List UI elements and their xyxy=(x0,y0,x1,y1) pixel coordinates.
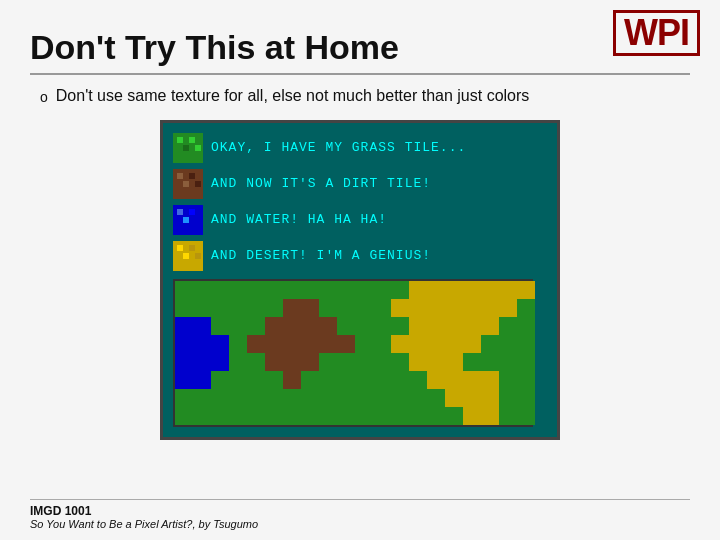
title-section: Don't Try This at Home xyxy=(30,28,690,75)
bullet-icon: o xyxy=(40,88,48,108)
desert-label: AND DESERT! I'M A GENIUS! xyxy=(211,248,431,263)
desert-swatch xyxy=(173,241,203,271)
grass-label: OKAY, I HAVE MY GRASS TILE... xyxy=(211,140,466,155)
grass-swatch xyxy=(173,133,203,163)
dirt-label: AND NOW IT'S A DIRT TILE! xyxy=(211,176,431,191)
footer-book: So You Want to Be a Pixel Artist?, by Ts… xyxy=(30,518,690,530)
slide: WPI Don't Try This at Home o Don't use s… xyxy=(0,0,720,540)
wpi-logo: WPI xyxy=(613,10,700,56)
wpi-logo-text: WPI xyxy=(624,12,689,53)
tile-row-desert: AND DESERT! I'M A GENIUS! xyxy=(173,241,547,271)
dirt-swatch xyxy=(173,169,203,199)
tile-row-water: AND WATER! HA HA HA! xyxy=(173,205,547,235)
water-swatch xyxy=(173,205,203,235)
footer-course: IMGD 1001 xyxy=(30,504,690,518)
bullet-text: Don't use same texture for all, else not… xyxy=(56,85,530,107)
pixel-map xyxy=(173,279,533,427)
game-screenshot: OKAY, I HAVE MY GRASS TILE... AND NOW IT… xyxy=(160,120,560,440)
slide-title: Don't Try This at Home xyxy=(30,28,690,67)
bullet-section: o Don't use same texture for all, else n… xyxy=(40,85,690,108)
tile-row-dirt: AND NOW IT'S A DIRT TILE! xyxy=(173,169,547,199)
footer: IMGD 1001 So You Want to Be a Pixel Arti… xyxy=(30,499,690,530)
water-label: AND WATER! HA HA HA! xyxy=(211,212,387,227)
bullet-item: o Don't use same texture for all, else n… xyxy=(40,85,690,108)
tile-row-grass: OKAY, I HAVE MY GRASS TILE... xyxy=(173,133,547,163)
